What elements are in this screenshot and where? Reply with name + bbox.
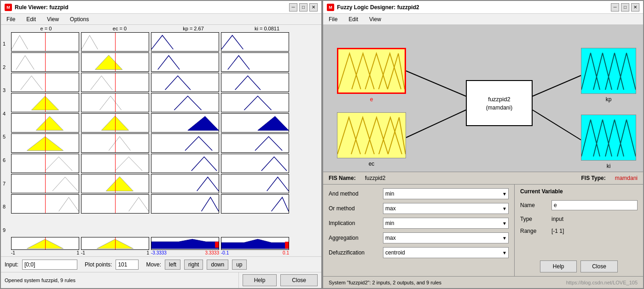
properties-panel: FIS Name: fuzzpid2 FIS Type: mamdani And… [323, 172, 643, 276]
rule-viewer-window: M Rule Viewer: fuzzpid ─ □ ✕ File Edit V… [0, 0, 322, 289]
svg-line-15 [406, 110, 466, 138]
implication-select[interactable]: min [383, 218, 509, 229]
maximize-btn-right[interactable]: □ [621, 3, 629, 12]
plot-cell-kp-7 [151, 154, 219, 173]
fis-input-e-mf [338, 48, 405, 93]
menu-file-right[interactable]: File [327, 15, 339, 23]
close-btn-rule-viewer[interactable]: Close [280, 274, 318, 286]
ki-axis-max: 0.1 [283, 250, 289, 255]
system-status-bar: System "fuzzpid2": 2 inputs, 2 outputs, … [323, 276, 643, 288]
plot-cell-ec-6 [81, 133, 149, 153]
implication-row: Implication min ▼ [329, 218, 509, 229]
and-method-row: And method min ▼ [329, 188, 509, 199]
left-window-title: Rule Viewer: fuzzpid [15, 4, 68, 11]
fis-name-value: fuzzpid2 [365, 175, 386, 181]
plot-cell-e-1 [11, 32, 79, 52]
fis-input-ec-box[interactable] [337, 112, 406, 158]
plot-cell-kp-2 [151, 52, 219, 72]
and-method-select-wrapper[interactable]: min ▼ [383, 188, 509, 199]
and-method-select[interactable]: min [383, 188, 509, 199]
or-method-select-wrapper[interactable]: max ▼ [383, 203, 509, 214]
row-num-5: 5 [3, 134, 11, 139]
plot-cell-kp-5 [151, 113, 219, 133]
fis-center-box[interactable]: fuzzpid2 (mamdani) [466, 80, 533, 126]
close-btn-right[interactable]: ✕ [631, 3, 639, 12]
aggregation-select[interactable]: max [383, 232, 509, 243]
menu-view-right[interactable]: View [367, 15, 383, 23]
plot-cell-e-agg [11, 237, 79, 250]
status-text: Opened system fuzzpid, 9 rules [5, 277, 75, 283]
row-num-1: 1 [3, 41, 11, 46]
fis-kp-label: kp [581, 96, 636, 103]
close-btn-left[interactable]: ✕ [309, 3, 318, 12]
minimize-btn-right[interactable]: ─ [611, 3, 619, 12]
plot-cell-ec-2 [81, 52, 149, 72]
fis-type-value: mamdani [615, 175, 638, 181]
fis-input-ec-mf [337, 113, 406, 158]
kp-axis-max: 3.3333 [205, 250, 219, 255]
aggregation-select-wrapper[interactable]: max ▼ [383, 232, 509, 243]
row-numbers: 1 2 3 4 5 6 7 8 9 [3, 32, 11, 255]
move-left-btn[interactable]: left [165, 260, 180, 270]
menu-edit-left[interactable]: Edit [24, 15, 38, 23]
svg-line-17 [533, 110, 581, 140]
menu-options-left[interactable]: Options [68, 15, 91, 23]
fis-ki-label: ki [581, 163, 636, 169]
defuzzification-row: Defuzzification centroid ▼ [329, 247, 509, 258]
move-up-btn[interactable]: up [232, 260, 246, 270]
and-method-label: And method [329, 191, 379, 197]
props-methods: And method min ▼ Or method max ▼ [323, 185, 514, 276]
move-label: Move: [146, 261, 161, 268]
plot-col-ec: -1 1 [81, 32, 149, 255]
cv-range-label: Range [520, 228, 548, 234]
plot-cell-ki-2 [221, 52, 289, 72]
current-variable-panel: Current Variable Name Type input Range [… [514, 185, 643, 276]
input-field[interactable] [22, 260, 77, 270]
cv-name-input[interactable] [551, 200, 638, 210]
plot-cell-e-9 [11, 194, 79, 214]
help-btn-right[interactable]: Help [540, 260, 577, 272]
maximize-btn-left[interactable]: □ [299, 3, 307, 12]
plot-cell-e-4 [11, 93, 79, 112]
menu-view-left[interactable]: View [45, 15, 61, 23]
svg-marker-6 [106, 177, 133, 191]
defuzzification-label: Defuzzification [329, 249, 379, 256]
or-method-select[interactable]: max [383, 203, 509, 214]
implication-label: Implication [329, 220, 379, 226]
minimize-btn-left[interactable]: ─ [289, 3, 297, 12]
fis-type-label: FIS Type: [581, 175, 606, 181]
plot-cell-kp-1 [151, 32, 219, 52]
fis-ec-label: ec [337, 161, 406, 167]
fis-output-ki-box[interactable] [581, 115, 636, 161]
implication-select-wrapper[interactable]: min ▼ [383, 218, 509, 229]
fis-output-kp-box[interactable] [581, 48, 636, 94]
col-header-e: e = 0 [12, 26, 80, 31]
e-axis-min: -1 [11, 250, 15, 255]
menu-file-left[interactable]: File [5, 15, 17, 23]
input-label: Input: [5, 261, 18, 268]
plot-cell-e-6 [11, 133, 79, 153]
aggregation-label: Aggregation [329, 235, 379, 241]
or-method-row: Or method max ▼ [329, 203, 509, 214]
svg-marker-1 [36, 116, 63, 130]
plot-points-field[interactable] [116, 260, 139, 270]
plot-cell-ki-agg [221, 237, 289, 250]
e-axis-max: 1 [76, 250, 79, 255]
close-btn-fld[interactable]: Close [580, 260, 618, 272]
move-down-btn[interactable]: down [207, 260, 228, 270]
defuzzification-select-wrapper[interactable]: centroid ▼ [383, 247, 509, 258]
matlab-icon: M [5, 4, 12, 11]
menu-edit-right[interactable]: Edit [347, 15, 360, 23]
svg-line-14 [406, 71, 466, 96]
cv-buttons: Help Close [520, 260, 638, 272]
row-num-9: 9 [3, 227, 11, 233]
defuzzification-select[interactable]: centroid [383, 247, 509, 258]
move-right-btn[interactable]: right [184, 260, 203, 270]
fis-center-name: fuzzpid2 [488, 96, 510, 103]
help-btn-left[interactable]: Help [243, 274, 277, 286]
plot-col-ki: -0.1 0.1 [221, 32, 289, 255]
plot-cell-ec-7 [81, 154, 149, 173]
watermark-text: https://blog.csdn.net/LOVE_105 [566, 280, 638, 285]
fis-input-e-box[interactable] [337, 48, 406, 94]
fis-e-label: e [337, 96, 406, 103]
